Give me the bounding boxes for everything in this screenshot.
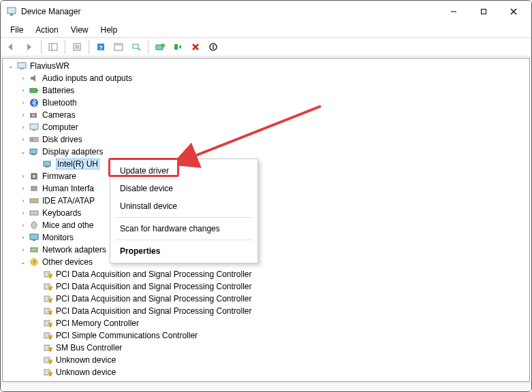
chevron-right-icon[interactable]: ›: [19, 197, 27, 205]
back-button[interactable]: [3, 39, 20, 54]
chevron-right-icon[interactable]: ›: [19, 99, 27, 107]
category-label: Human Interfa: [42, 184, 94, 193]
disable-device-button[interactable]: [205, 39, 221, 54]
warning-device-icon: !: [42, 318, 53, 329]
chevron-right-icon[interactable]: ›: [19, 221, 27, 229]
tree-category-ide[interactable]: › IDE ATA/ATAP: [3, 195, 529, 207]
forward-button[interactable]: [21, 39, 37, 54]
mouse-icon: [29, 220, 40, 231]
tree-device-other[interactable]: ! PCI Data Acquisition and Signal Proces…: [3, 280, 529, 293]
chevron-right-icon[interactable]: ›: [19, 172, 27, 180]
maximize-button[interactable]: [469, 1, 499, 22]
category-label: Bluetooth: [42, 98, 77, 108]
tree-device-other[interactable]: ! PCI Data Acquisition and Signal Proces…: [3, 305, 529, 317]
tree-category-disk[interactable]: › Disk drives: [3, 133, 529, 146]
toolbar-separator: [41, 40, 42, 54]
tree-device-other[interactable]: ! Unknown device: [3, 354, 529, 366]
tree-device-other[interactable]: ! Unknown device: [3, 366, 529, 378]
tree-device-other[interactable]: ! PCI Memory Controller: [3, 317, 529, 329]
close-button[interactable]: [499, 1, 529, 22]
tree-category-other[interactable]: ⌄ ? Other devices: [3, 256, 529, 268]
menu-file[interactable]: File: [5, 24, 29, 36]
camera-icon: [29, 110, 40, 120]
chevron-right-icon[interactable]: ›: [19, 209, 27, 217]
context-properties[interactable]: Properties: [110, 242, 257, 260]
device-label: Unknown device: [56, 355, 116, 365]
warning-device-icon: !: [42, 281, 53, 292]
context-disable-device[interactable]: Disable device: [110, 180, 257, 197]
tree-category-batteries[interactable]: › Batteries: [3, 84, 529, 97]
category-label: Monitors: [42, 233, 74, 242]
chevron-down-icon[interactable]: ⌄: [19, 148, 27, 156]
tree-device-other[interactable]: ! SM Bus Controller: [3, 342, 529, 354]
context-scan-hardware[interactable]: Scan for hardware changes: [110, 220, 257, 238]
context-separator: [116, 240, 252, 240]
category-label: Display adapters: [42, 147, 103, 157]
enable-device-button[interactable]: [170, 39, 186, 54]
tree-category-cameras[interactable]: › Cameras: [3, 109, 529, 121]
device-tree[interactable]: ⌄ FlaviusWR › Audio inputs and outputs ›…: [3, 59, 529, 381]
svg-rect-15: [114, 44, 123, 46]
context-uninstall-device[interactable]: Uninstall device: [110, 197, 257, 215]
tree-category-computer[interactable]: › Computer: [3, 121, 529, 133]
action-button[interactable]: [110, 39, 127, 54]
chevron-right-icon[interactable]: ›: [19, 111, 27, 119]
device-label: PCI Data Acquisition and Signal Processi…: [56, 270, 251, 279]
category-label: IDE ATA/ATAP: [42, 196, 95, 206]
properties-button[interactable]: [69, 39, 85, 54]
tree-category-firmware[interactable]: › Firmware: [3, 170, 529, 182]
svg-rect-42: [30, 234, 38, 240]
tree-category-monitors[interactable]: › Monitors: [3, 231, 529, 244]
minimize-button[interactable]: [439, 1, 469, 22]
tree-category-keyboards[interactable]: › Keyboards: [3, 207, 529, 219]
tree-category-audio[interactable]: › Audio inputs and outputs: [3, 72, 529, 84]
device-label: PCI Data Acquisition and Signal Processi…: [56, 294, 251, 304]
chevron-right-icon[interactable]: ›: [19, 184, 27, 193]
device-label: PCI Data Acquisition and Signal Processi…: [56, 282, 251, 291]
svg-rect-23: [30, 88, 37, 93]
update-driver-button[interactable]: [152, 39, 168, 54]
menu-view[interactable]: View: [65, 24, 94, 36]
help-button[interactable]: ?: [93, 39, 109, 54]
tree-device-other[interactable]: ! PCI Simple Communications Controller: [3, 329, 529, 342]
tree-category-network[interactable]: › Network adapters: [3, 244, 529, 256]
svg-rect-6: [49, 44, 57, 50]
svg-rect-32: [30, 149, 37, 154]
menu-help[interactable]: Help: [95, 24, 123, 36]
tree-root[interactable]: ⌄ FlaviusWR: [3, 60, 529, 72]
tree-device-other[interactable]: ! PCI Data Acquisition and Signal Proces…: [3, 293, 529, 305]
warning-device-icon: !: [42, 269, 53, 280]
chevron-down-icon[interactable]: ⌄: [19, 258, 27, 266]
svg-rect-21: [18, 63, 26, 68]
no-toggle: [33, 368, 41, 376]
warning-device-icon: !: [42, 330, 53, 341]
svg-rect-3: [482, 10, 486, 14]
chevron-right-icon[interactable]: ›: [19, 135, 27, 144]
category-label: Keyboards: [42, 208, 81, 218]
chevron-right-icon[interactable]: ›: [19, 86, 27, 95]
chevron-right-icon[interactable]: ›: [19, 123, 27, 131]
category-label: Cameras: [42, 110, 76, 120]
chevron-right-icon[interactable]: ›: [19, 74, 27, 82]
chevron-right-icon[interactable]: ›: [19, 246, 27, 254]
chevron-down-icon[interactable]: ⌄: [7, 62, 15, 70]
chevron-right-icon[interactable]: ›: [19, 233, 27, 242]
show-hide-tree-button[interactable]: [45, 39, 61, 54]
device-label: Unknown device: [56, 368, 116, 377]
scan-button[interactable]: [128, 39, 144, 54]
category-label: Batteries: [42, 86, 74, 95]
category-label: Firmware: [42, 172, 76, 181]
tree-category-mice[interactable]: › Mice and othe: [3, 219, 529, 231]
tree-device-other[interactable]: ! PCI Data Acquisition and Signal Proces…: [3, 268, 529, 280]
svg-rect-44: [31, 248, 37, 252]
category-label: Network adapters: [42, 245, 106, 255]
tree-device-intel-gpu[interactable]: Intel(R) UH: [3, 158, 529, 170]
no-toggle: [33, 331, 41, 340]
tree-category-display[interactable]: ⌄ Display adapters: [3, 146, 529, 158]
uninstall-button[interactable]: [187, 39, 204, 54]
tree-category-bluetooth[interactable]: › Bluetooth: [3, 97, 529, 109]
context-update-driver[interactable]: Update driver: [110, 162, 257, 180]
menu-action[interactable]: Action: [30, 24, 63, 36]
warning-device-icon: !: [42, 306, 53, 316]
tree-category-hid[interactable]: › Human Interfa: [3, 182, 529, 195]
